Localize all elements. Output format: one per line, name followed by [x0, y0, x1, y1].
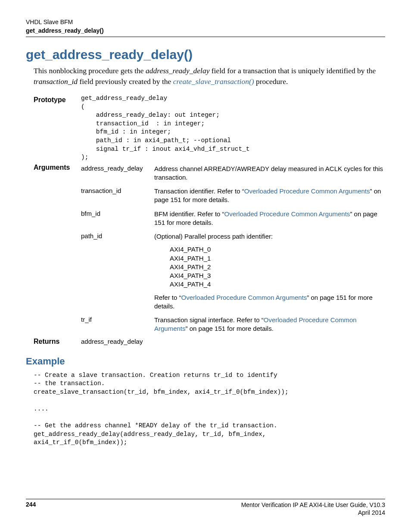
arg-name: address_ready_delay	[81, 162, 154, 185]
footer-guide: Mentor Verification IP AE AXI4-Lite User…	[241, 501, 385, 509]
link-overloaded-args[interactable]: Overloaded Procedure Common Arguments	[224, 210, 350, 218]
page-number: 244	[26, 501, 36, 516]
path-id-values: AXI4_PATH_0 AXI4_PATH_1 AXI4_PATH_2 AXI4…	[170, 245, 385, 289]
page-footer: 244 Mentor Verification IP AE AXI4-Lite …	[26, 495, 385, 516]
label-returns: Returns	[34, 336, 81, 345]
definition-table: Prototype get_address_ready_delay ( addr…	[34, 94, 385, 345]
intro-paragraph: This nonblocking procedure gets the addr…	[34, 65, 385, 87]
footer-rule	[26, 499, 385, 499]
arg-name: tr_if	[81, 313, 154, 336]
header-chapter: VHDL Slave BFM	[26, 18, 385, 27]
arg-desc: (Optional) Parallel process path identif…	[154, 230, 385, 313]
footer-date: April 2014	[241, 509, 385, 516]
prototype-code: get_address_ready_delay ( address_ready_…	[81, 94, 385, 162]
arg-desc: Transaction identifier. Refer to “Overlo…	[154, 184, 385, 207]
header-rule	[26, 37, 385, 37]
link-overloaded-args[interactable]: Overloaded Procedure Common Arguments	[244, 187, 370, 195]
header-section: get_address_ready_delay()	[26, 27, 385, 35]
running-header: VHDL Slave BFM get_address_ready_delay()	[26, 18, 385, 35]
label-prototype: Prototype	[34, 94, 81, 162]
arg-name: transaction_id	[81, 184, 154, 207]
example-heading: Example	[26, 356, 385, 367]
label-arguments: Arguments	[34, 162, 81, 185]
arg-desc: BFM identifier. Refer to “Overloaded Pro…	[154, 207, 385, 230]
link-create-slave-transaction[interactable]: create_slave_transaction()	[173, 77, 254, 86]
arg-desc: Transaction signal interface. Refer to “…	[154, 313, 385, 336]
link-overloaded-args[interactable]: Overloaded Procedure Common Arguments	[181, 294, 307, 301]
returns-value: address_ready_delay	[81, 336, 385, 345]
arg-desc: Address channel ARREADY/AWREADY delay me…	[154, 162, 385, 185]
arg-name: bfm_id	[81, 207, 154, 230]
arg-name: path_id	[81, 230, 154, 313]
page-title: get_address_ready_delay()	[26, 47, 385, 62]
example-code-block: -- Create a slave transaction. Creation …	[34, 371, 385, 447]
